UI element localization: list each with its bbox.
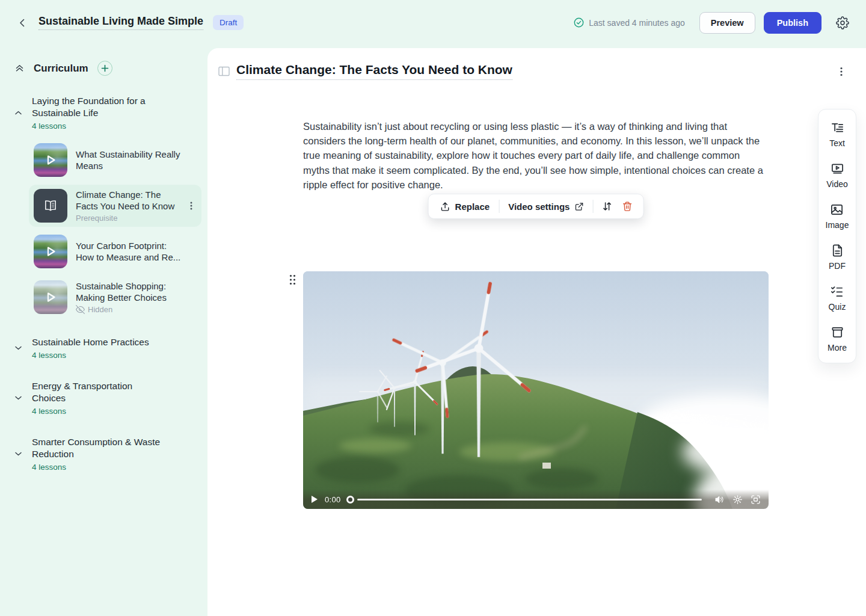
move-block-button[interactable] <box>597 199 617 214</box>
panel-left-icon <box>218 66 230 76</box>
swap-arrows-icon <box>601 201 612 212</box>
play-icon <box>34 235 67 268</box>
header: Sustainable Living Made Simple Draft Las… <box>0 0 866 45</box>
lesson-item[interactable]: What Sustainability Really Means <box>29 139 201 181</box>
lesson-list: What Sustainability Really Means Climate… <box>29 139 201 318</box>
play-icon <box>34 280 67 314</box>
lesson-options-button[interactable] <box>835 64 848 79</box>
progress-track[interactable] <box>357 499 702 500</box>
lesson-editor-panel: Climate Change: The Facts You Need to Kn… <box>207 48 866 616</box>
plus-icon <box>101 64 109 72</box>
external-link-icon <box>574 202 583 211</box>
gear-icon <box>836 16 849 29</box>
video-frame-image <box>303 271 769 509</box>
replace-video-button[interactable]: Replace <box>435 199 496 214</box>
video-controls: 0:00 <box>303 490 769 509</box>
insert-block-panel: Text Video Image PDF Quiz More <box>818 109 856 363</box>
lesson-page-title[interactable]: Climate Change: The Facts You Need to Kn… <box>236 63 512 80</box>
play-icon <box>311 495 318 504</box>
check-circle-icon <box>574 17 584 28</box>
scrubber-knob[interactable] <box>346 496 354 504</box>
tool-text[interactable]: Text <box>829 121 845 148</box>
curriculum-section: Smarter Consumption & Waste Reduction 4 … <box>0 436 207 472</box>
more-icon <box>831 325 844 339</box>
save-status: Last saved 4 minutes ago <box>574 17 685 28</box>
course-title[interactable]: Sustainable Living Made Simple <box>38 15 203 30</box>
section-title: Energy & Transportation Choices <box>32 380 165 404</box>
lesson-item-hidden[interactable]: Sustainable Shopping: Making Better Choi… <box>29 276 201 318</box>
lesson-menu-button[interactable] <box>186 200 197 212</box>
video-player[interactable]: 0:00 <box>303 271 769 509</box>
back-button[interactable] <box>14 15 30 31</box>
curriculum-section: Sustainable Home Practices 4 lessons <box>0 336 207 360</box>
section-header[interactable]: Energy & Transportation Choices 4 lesson… <box>0 380 207 416</box>
video-thumbnail <box>34 235 67 268</box>
lesson-title: Sustainable Shopping: Making Better Choi… <box>76 280 182 303</box>
lesson-paragraph[interactable]: Sustainability isn’t just about recyclin… <box>303 119 769 192</box>
drag-handle-icon[interactable] <box>289 274 296 285</box>
kebab-icon <box>837 66 846 77</box>
tool-more[interactable]: More <box>828 325 847 353</box>
settings-button[interactable] <box>834 14 852 32</box>
tool-pdf[interactable]: PDF <box>829 244 846 271</box>
lesson-item[interactable]: Your Carbon Footprint: How to Measure an… <box>29 230 201 273</box>
toolbar-divider <box>499 200 499 213</box>
video-block: 0:00 <box>303 271 769 509</box>
lesson-content: Sustainability isn’t just about recyclin… <box>303 119 769 192</box>
toolbar-divider <box>592 200 593 213</box>
video-thumbnail <box>34 280 67 314</box>
chevron-left-icon <box>17 17 28 28</box>
tool-video[interactable]: Video <box>826 162 848 189</box>
eye-off-icon <box>76 305 85 314</box>
lesson-hidden-status: Hidden <box>76 305 182 314</box>
volume-button[interactable] <box>713 493 726 506</box>
play-icon <box>34 143 67 177</box>
last-saved-text: Last saved 4 minutes ago <box>589 18 685 28</box>
section-lesson-count: 4 lessons <box>32 351 165 360</box>
section-header[interactable]: Smarter Consumption & Waste Reduction 4 … <box>0 436 207 472</box>
curriculum-section: Energy & Transportation Choices 4 lesson… <box>0 380 207 416</box>
delete-block-button[interactable] <box>617 199 637 214</box>
preview-button[interactable]: Preview <box>699 12 755 34</box>
curriculum-header: Curriculum <box>0 45 207 76</box>
chevron-down-icon <box>14 449 23 458</box>
lesson-subtitle: Prerequisite <box>76 214 177 223</box>
fullscreen-button[interactable] <box>749 493 762 506</box>
collapse-all-icon <box>14 63 25 73</box>
lesson-header: Climate Change: The Facts You Need to Kn… <box>207 48 866 80</box>
section-lesson-count: 4 lessons <box>32 122 165 131</box>
chevron-up-icon <box>14 108 23 117</box>
status-badge: Draft <box>213 15 244 30</box>
collapse-all-button[interactable] <box>14 63 25 73</box>
video-settings-button[interactable]: Video settings <box>503 199 589 214</box>
text-icon <box>831 121 844 135</box>
publish-button[interactable]: Publish <box>764 12 821 34</box>
fullscreen-icon <box>751 494 761 505</box>
tool-image[interactable]: Image <box>826 203 849 230</box>
toggle-sidebar-button[interactable] <box>218 66 230 76</box>
video-timestamp: 0:00 <box>325 495 341 504</box>
add-section-button[interactable] <box>97 61 112 76</box>
section-header[interactable]: Laying the Foundation for a Sustainable … <box>0 95 207 131</box>
chevron-down-icon <box>14 343 23 353</box>
tool-quiz[interactable]: Quiz <box>829 285 846 312</box>
pdf-icon <box>831 244 844 257</box>
volume-icon <box>714 494 725 505</box>
section-lesson-count: 4 lessons <box>32 407 165 416</box>
trash-icon <box>622 201 632 212</box>
upload-icon <box>440 202 450 212</box>
section-title: Smarter Consumption & Waste Reduction <box>32 436 165 460</box>
reading-thumbnail <box>34 189 67 223</box>
lesson-title: What Sustainability Really Means <box>76 149 182 171</box>
quiz-icon <box>830 285 844 298</box>
play-button[interactable] <box>310 494 319 505</box>
player-settings-button[interactable] <box>731 493 744 506</box>
section-header[interactable]: Sustainable Home Practices 4 lessons <box>0 336 207 360</box>
image-icon <box>830 203 844 217</box>
video-thumbnail <box>34 143 67 177</box>
book-open-icon <box>43 198 58 214</box>
lesson-title: Your Carbon Footprint: How to Measure an… <box>76 240 182 263</box>
section-title: Laying the Foundation for a Sustainable … <box>32 95 165 119</box>
lesson-item-selected[interactable]: Climate Change: The Facts You Need to Kn… <box>29 185 201 227</box>
settings-icon <box>732 494 743 505</box>
